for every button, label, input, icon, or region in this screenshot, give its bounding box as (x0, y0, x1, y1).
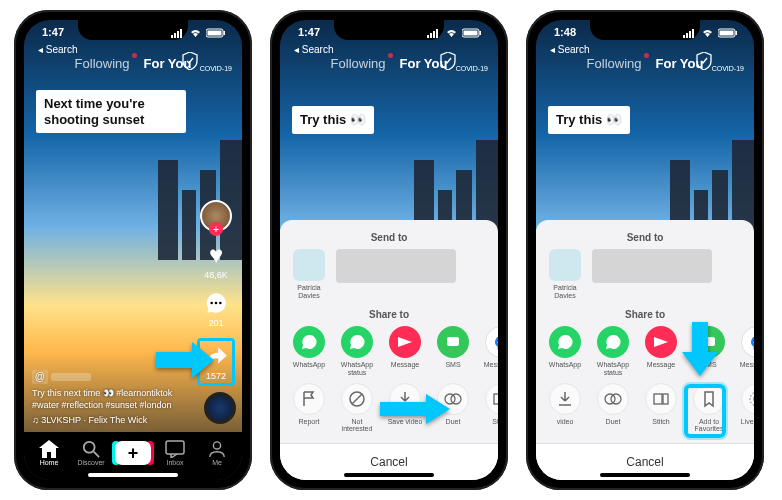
duet-icon (597, 383, 629, 415)
covid-badge[interactable]: COVID-19 (696, 52, 744, 72)
svg-point-27 (451, 394, 461, 404)
msg-icon (645, 326, 677, 358)
caption-overlay: Try this 👀 (548, 106, 630, 134)
svg-point-13 (213, 442, 220, 449)
contact-avatar (549, 249, 581, 281)
share-app-msg[interactable]: Message (384, 326, 426, 376)
battery-icon (718, 28, 738, 38)
svg-point-9 (219, 302, 222, 305)
msg-icon (389, 326, 421, 358)
svg-rect-17 (436, 29, 438, 38)
share-apps-row: WhatsAppWhatsApp statusMessageSMSMesseng… (536, 326, 754, 382)
screen: 1:48 ◂ Search Following For You COVID-19… (536, 20, 754, 480)
nav-discover[interactable]: Discover (72, 440, 110, 466)
covid-badge[interactable]: COVID-19 (440, 52, 488, 72)
svg-point-8 (215, 302, 218, 305)
tutorial-arrow-3 (682, 322, 718, 376)
covid-badge[interactable]: COVID-19 (182, 52, 232, 72)
svg-rect-1 (174, 33, 176, 38)
stitch-icon (645, 383, 677, 415)
fbm-icon (485, 326, 498, 358)
video-description: Try this next time 👀 #learnontiktok #wat… (32, 387, 182, 411)
svg-point-7 (210, 302, 213, 305)
contacts-row: Patricia Davies (536, 249, 754, 305)
contacts-redacted (336, 249, 456, 283)
action-stitch[interactable]: Stitch (480, 383, 498, 433)
tutorial-arrow-2 (380, 394, 450, 424)
like-button[interactable]: ♥ 48,6K (203, 242, 229, 280)
svg-rect-19 (464, 31, 478, 36)
follow-plus-icon[interactable]: + (209, 222, 223, 236)
share-app-wa[interactable]: WhatsApp status (336, 326, 378, 376)
wifi-icon (701, 28, 714, 38)
svg-rect-36 (736, 31, 738, 35)
share-app-msg[interactable]: Message (640, 326, 682, 376)
signal-icon (171, 28, 185, 38)
shield-icon (440, 52, 456, 70)
creator-avatar[interactable]: + (200, 200, 232, 232)
tab-following[interactable]: Following (75, 56, 130, 71)
download-icon (549, 383, 581, 415)
action-bookmark[interactable]: Add to Favorites (688, 383, 730, 433)
share-app-sms[interactable]: SMS (432, 326, 474, 376)
wifi-icon (189, 28, 202, 38)
share-app-fbm[interactable]: Messenger (480, 326, 498, 376)
comment-button[interactable]: 201 (203, 290, 229, 328)
svg-point-10 (84, 442, 95, 453)
home-indicator[interactable] (600, 473, 690, 477)
svg-rect-30 (683, 35, 685, 38)
back-to-search[interactable]: ◂ Search (294, 44, 333, 55)
video-meta: @ Try this next time 👀 #learnontiktok #w… (32, 370, 182, 426)
clock: 1:48 (554, 26, 576, 38)
svg-rect-6 (224, 31, 226, 35)
heart-icon: ♥ (203, 242, 229, 268)
action-duet[interactable]: Duet (592, 383, 634, 433)
home-indicator[interactable] (88, 473, 178, 477)
wa-icon (341, 326, 373, 358)
action-flag[interactable]: Report (288, 383, 330, 433)
phone-frame-1: 1:47 ◂ Search Following For You COVID-19… (14, 10, 252, 490)
nav-inbox[interactable]: Inbox (156, 440, 194, 466)
profile-icon (207, 440, 227, 458)
svg-rect-42 (654, 394, 662, 404)
contact-item[interactable]: Patricia Davies (544, 249, 586, 299)
nav-home[interactable]: Home (30, 440, 68, 466)
action-slash[interactable]: Not interested (336, 383, 378, 433)
svg-rect-31 (686, 33, 688, 38)
shield-icon (182, 52, 198, 70)
tab-following[interactable]: Following (587, 56, 642, 71)
share-app-wa[interactable]: WhatsApp (544, 326, 586, 376)
tab-following[interactable]: Following (331, 56, 386, 71)
sms-icon (437, 326, 469, 358)
tutorial-arrow-1 (156, 342, 214, 378)
action-download[interactable]: video (544, 383, 586, 433)
spinning-disc[interactable] (204, 392, 236, 424)
back-to-search[interactable]: ◂ Search (550, 44, 589, 55)
wa-icon (293, 326, 325, 358)
share-app-wa[interactable]: WhatsApp (288, 326, 330, 376)
svg-rect-43 (663, 394, 668, 404)
share-app-fbm[interactable]: Messenger (736, 326, 754, 376)
comment-icon (203, 290, 229, 316)
share-app-wa[interactable]: WhatsApp status (592, 326, 634, 376)
back-to-search[interactable]: ◂ Search (38, 44, 77, 55)
screen: 1:47 ◂ Search Following For You COVID-19… (280, 20, 498, 480)
actions-row: videoDuetStitchAdd to FavoritesLive phot… (536, 383, 754, 439)
home-indicator[interactable] (344, 473, 434, 477)
status-bar: 1:48 (536, 24, 754, 44)
action-stitch[interactable]: Stitch (640, 383, 682, 433)
caption-overlay: Next time you're shooting sunset (36, 90, 186, 133)
caption-overlay: Try this 👀 (292, 106, 374, 134)
svg-point-40 (605, 394, 615, 404)
nav-create[interactable]: + (114, 441, 152, 465)
svg-rect-33 (692, 29, 694, 38)
clock: 1:47 (42, 26, 64, 38)
contacts-redacted (592, 249, 712, 283)
nav-me[interactable]: Me (198, 440, 236, 466)
action-livephoto[interactable]: Live photo (736, 383, 754, 433)
svg-rect-2 (177, 31, 179, 38)
share-apps-row: WhatsAppWhatsApp statusMessageSMSMesseng… (280, 326, 498, 382)
livephoto-icon (741, 383, 754, 415)
contact-item[interactable]: Patricia Davies (288, 249, 330, 299)
music-ticker[interactable]: ♫ 3LVKSHP · Felix The Wick (32, 414, 182, 426)
